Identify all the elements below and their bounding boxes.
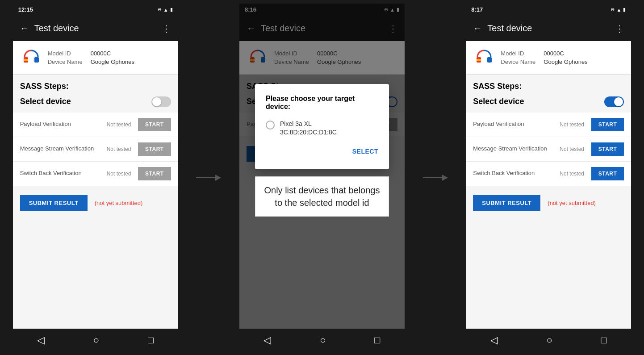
nav-recents-icon-2[interactable]: □ [374, 334, 380, 346]
step-row-1-1: Message Stream Verification Not tested S… [13, 137, 178, 162]
radio-button-0[interactable] [266, 121, 275, 129]
step-row-3-0: Payload Verification Not tested START [466, 113, 631, 137]
back-button-1[interactable]: ← [20, 23, 29, 33]
not-submitted-label-3: (not yet submitted) [548, 200, 596, 206]
sass-header-1: SASS Steps: [13, 75, 178, 95]
phone-wrapper-1: 12:15 ⊖ ▲ ▮ ← Test device ⋮ [0, 0, 191, 355]
arrow-icon-1 [195, 171, 222, 184]
content-3: SASS Steps: Select device Payload Verifi… [466, 75, 631, 329]
step-row-1-2: Switch Back Verification Not tested STAR… [13, 162, 178, 186]
wifi-icon-3: ▲ [616, 7, 621, 13]
svg-marker-5 [442, 175, 448, 181]
step-row-3-1: Message Stream Verification Not tested S… [466, 137, 631, 162]
phone-1: 12:15 ⊖ ▲ ▮ ← Test device ⋮ [13, 4, 178, 352]
nav-home-icon-1[interactable]: ○ [93, 334, 99, 346]
nav-bar-1: ◁ ○ □ [13, 329, 178, 352]
steps-list-1: Payload Verification Not tested START Me… [13, 113, 178, 186]
device-card-1: Model ID 00000C Device Name Google Gphon… [13, 41, 178, 75]
signal-icon: ▮ [170, 7, 173, 13]
start-button-3-2[interactable]: START [591, 167, 624, 180]
model-id-label-3: Model ID [501, 50, 536, 57]
app-title-1: Test device [34, 23, 157, 33]
nav-back-icon-1[interactable]: ◁ [37, 334, 45, 346]
select-device-row-3: Select device [466, 95, 631, 113]
nav-back-icon-2[interactable]: ◁ [263, 334, 271, 346]
nav-home-icon-3[interactable]: ○ [547, 334, 552, 346]
menu-icon-1[interactable]: ⋮ [162, 23, 171, 34]
arrow-wrapper-2 [418, 171, 453, 184]
nav-recents-icon-3[interactable]: □ [601, 334, 607, 346]
status-time-3: 8:17 [471, 6, 483, 13]
device-name-row-1: Device Name Google Gphones [48, 58, 134, 65]
step-name-1-1: Message Stream Verification [20, 145, 100, 153]
start-button-1-0[interactable]: START [138, 118, 171, 131]
svg-rect-0 [24, 59, 28, 61]
select-device-row-1: Select device [13, 95, 178, 113]
dialog-actions: SELECT [266, 144, 378, 159]
headphone-icon-1 [20, 46, 42, 69]
start-button-3-0[interactable]: START [591, 118, 624, 131]
submit-area-1: SUBMIT RESULT (not yet submitted) [13, 186, 178, 220]
step-status-1-1: Not tested [103, 146, 134, 152]
submit-area-3: SUBMIT RESULT (not yet submitted) [466, 186, 631, 220]
dialog-option-0[interactable]: Pixel 3a XL 3C:8D:20:DC:D1:8C [266, 120, 378, 137]
app-title-3: Test device [487, 23, 610, 33]
step-name-3-1: Message Stream Verification [473, 145, 552, 153]
select-button[interactable]: SELECT [352, 144, 378, 159]
step-name-1-2: Switch Back Verification [20, 170, 100, 177]
status-icons-1: ⊖ ▲ ▮ [158, 7, 173, 13]
select-device-toggle-1[interactable] [151, 96, 171, 107]
back-button-3[interactable]: ← [473, 23, 482, 33]
device-name-label-3: Device Name [501, 58, 536, 65]
steps-list-3: Payload Verification Not tested START Me… [466, 113, 631, 186]
model-id-value-3: 00000C [544, 50, 564, 57]
select-device-label-3: Select device [473, 97, 524, 106]
arrow-icon-2 [422, 171, 449, 184]
device-info-3: Model ID 00000C Device Name Google Gphon… [501, 50, 587, 65]
start-button-1-1[interactable]: START [138, 142, 171, 156]
submit-button-1[interactable]: SUBMIT RESULT [20, 195, 88, 211]
app-bar-3: ← Test device ⋮ [466, 16, 631, 41]
step-name-1-0: Payload Verification [20, 121, 100, 128]
submit-button-3[interactable]: SUBMIT RESULT [473, 195, 540, 211]
device-card-3: Model ID 00000C Device Name Google Gphon… [466, 41, 631, 75]
annotation-box: Only list devices that belongs to the se… [255, 176, 389, 217]
headphone-icon-3 [473, 46, 495, 69]
step-name-3-2: Switch Back Verification [473, 170, 552, 177]
step-status-3-0: Not tested [556, 121, 588, 128]
screens-container: 12:15 ⊖ ▲ ▮ ← Test device ⋮ [0, 0, 644, 355]
status-bar-1: 12:15 ⊖ ▲ ▮ [13, 4, 178, 16]
phone-wrapper-2: 8:16 ⊖ ▲ ▮ ← Test device ⋮ [226, 0, 417, 355]
wifi-icon: ▲ [163, 7, 168, 13]
option-device-id-0: 3C:8D:20:DC:D1:8C [280, 128, 337, 137]
device-info-1: Model ID 00000C Device Name Google Gphon… [48, 50, 134, 65]
toggle-knob-1 [152, 97, 161, 106]
nav-bar-2: ◁ ○ □ [239, 329, 405, 352]
start-button-1-2[interactable]: START [138, 167, 171, 180]
step-status-1-2: Not tested [103, 171, 134, 177]
dialog-title: Please choose your target device: [266, 95, 378, 111]
nav-bar-3: ◁ ○ □ [466, 329, 631, 352]
select-device-toggle-3[interactable] [604, 96, 624, 107]
model-id-row-3: Model ID 00000C [501, 50, 587, 57]
nav-back-icon-3[interactable]: ◁ [490, 334, 498, 346]
step-name-3-0: Payload Verification [473, 121, 552, 128]
start-button-3-1[interactable]: START [591, 142, 624, 156]
menu-icon-3[interactable]: ⋮ [615, 23, 624, 34]
device-dialog: Please choose your target device: Pixel … [255, 84, 389, 169]
signal-icon-3: ▮ [623, 7, 626, 13]
model-id-row-1: Model ID 00000C [48, 50, 134, 57]
status-icons-3: ⊖ ▲ ▮ [611, 7, 626, 13]
dialog-overlay: Please choose your target device: Pixel … [239, 4, 405, 329]
nav-home-icon-2[interactable]: ○ [320, 334, 326, 346]
nav-recents-icon-1[interactable]: □ [148, 334, 154, 346]
device-name-row-3: Device Name Google Gphones [501, 58, 587, 65]
device-name-value-3: Google Gphones [544, 58, 587, 65]
arrow-wrapper-1 [191, 171, 226, 184]
option-device-name-0: Pixel 3a XL [280, 120, 337, 129]
phone-wrapper-3: 8:17 ⊖ ▲ ▮ ← Test device ⋮ [453, 0, 644, 355]
step-status-3-1: Not tested [556, 146, 588, 152]
status-time-1: 12:15 [18, 6, 33, 13]
toggle-knob-3 [614, 97, 623, 106]
phone-2: 8:16 ⊖ ▲ ▮ ← Test device ⋮ [239, 4, 405, 352]
